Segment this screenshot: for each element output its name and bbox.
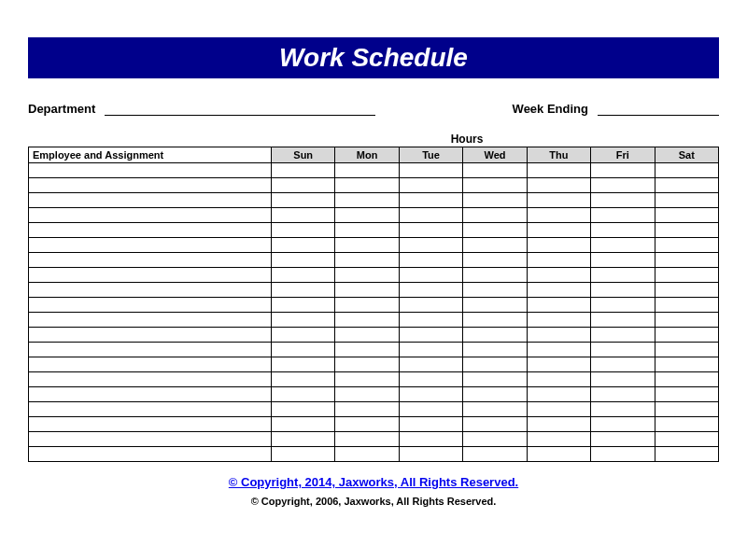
table-cell[interactable] [655,163,718,178]
table-cell[interactable] [29,402,272,417]
table-cell[interactable] [272,402,335,417]
table-cell[interactable] [655,402,718,417]
footer-link[interactable]: © Copyright, 2014, Jaxworks, All Rights … [229,475,518,489]
table-cell[interactable] [591,387,655,402]
table-cell[interactable] [272,387,335,402]
table-cell[interactable] [29,357,272,372]
table-cell[interactable] [272,193,335,208]
table-cell[interactable] [335,268,399,283]
table-cell[interactable] [527,402,590,417]
table-cell[interactable] [527,163,590,178]
table-cell[interactable] [463,387,527,402]
table-cell[interactable] [335,283,399,298]
table-cell[interactable] [29,432,272,447]
table-cell[interactable] [463,208,527,223]
table-cell[interactable] [655,432,718,447]
table-cell[interactable] [272,163,335,178]
table-cell[interactable] [527,208,590,223]
table-cell[interactable] [29,343,272,357]
table-cell[interactable] [655,238,718,253]
table-cell[interactable] [29,163,272,178]
table-cell[interactable] [272,313,335,328]
table-cell[interactable] [335,178,399,193]
table-cell[interactable] [399,417,462,432]
table-cell[interactable] [655,223,718,238]
table-cell[interactable] [335,328,399,343]
table-cell[interactable] [655,372,718,387]
table-cell[interactable] [399,223,462,238]
table-cell[interactable] [29,268,272,283]
table-cell[interactable] [463,238,527,253]
table-cell[interactable] [272,417,335,432]
table-cell[interactable] [399,343,462,357]
table-cell[interactable] [399,357,462,372]
table-cell[interactable] [527,417,590,432]
table-cell[interactable] [463,328,527,343]
table-cell[interactable] [655,357,718,372]
table-cell[interactable] [655,343,718,357]
table-cell[interactable] [29,223,272,238]
table-cell[interactable] [399,447,462,462]
table-cell[interactable] [591,283,655,298]
table-cell[interactable] [272,238,335,253]
table-cell[interactable] [335,208,399,223]
table-cell[interactable] [591,223,655,238]
table-cell[interactable] [399,253,462,268]
table-cell[interactable] [591,432,655,447]
table-cell[interactable] [272,208,335,223]
table-cell[interactable] [591,208,655,223]
table-cell[interactable] [272,357,335,372]
table-cell[interactable] [29,313,272,328]
table-cell[interactable] [272,268,335,283]
table-cell[interactable] [399,193,462,208]
table-cell[interactable] [655,193,718,208]
table-cell[interactable] [527,238,590,253]
table-cell[interactable] [527,268,590,283]
table-cell[interactable] [655,417,718,432]
table-cell[interactable] [29,417,272,432]
table-cell[interactable] [335,193,399,208]
table-cell[interactable] [463,193,527,208]
table-cell[interactable] [655,387,718,402]
table-cell[interactable] [591,193,655,208]
table-cell[interactable] [29,387,272,402]
table-cell[interactable] [527,357,590,372]
table-cell[interactable] [591,417,655,432]
table-cell[interactable] [655,447,718,462]
table-cell[interactable] [527,223,590,238]
table-cell[interactable] [655,313,718,328]
table-cell[interactable] [527,283,590,298]
table-cell[interactable] [527,193,590,208]
table-cell[interactable] [335,402,399,417]
table-cell[interactable] [527,447,590,462]
table-cell[interactable] [527,387,590,402]
table-cell[interactable] [591,298,655,313]
table-cell[interactable] [335,372,399,387]
table-cell[interactable] [399,402,462,417]
table-cell[interactable] [335,238,399,253]
table-cell[interactable] [272,223,335,238]
table-cell[interactable] [272,253,335,268]
table-cell[interactable] [399,268,462,283]
table-cell[interactable] [527,343,590,357]
table-cell[interactable] [335,253,399,268]
table-cell[interactable] [463,268,527,283]
table-cell[interactable] [463,283,527,298]
table-cell[interactable] [335,313,399,328]
table-cell[interactable] [655,253,718,268]
table-cell[interactable] [29,253,272,268]
table-cell[interactable] [335,163,399,178]
table-cell[interactable] [591,402,655,417]
table-cell[interactable] [272,343,335,357]
table-cell[interactable] [272,432,335,447]
table-cell[interactable] [335,357,399,372]
table-cell[interactable] [527,432,590,447]
table-cell[interactable] [463,298,527,313]
table-cell[interactable] [335,343,399,357]
table-cell[interactable] [527,253,590,268]
table-cell[interactable] [591,268,655,283]
table-cell[interactable] [399,283,462,298]
table-cell[interactable] [527,313,590,328]
table-cell[interactable] [527,298,590,313]
table-cell[interactable] [335,387,399,402]
